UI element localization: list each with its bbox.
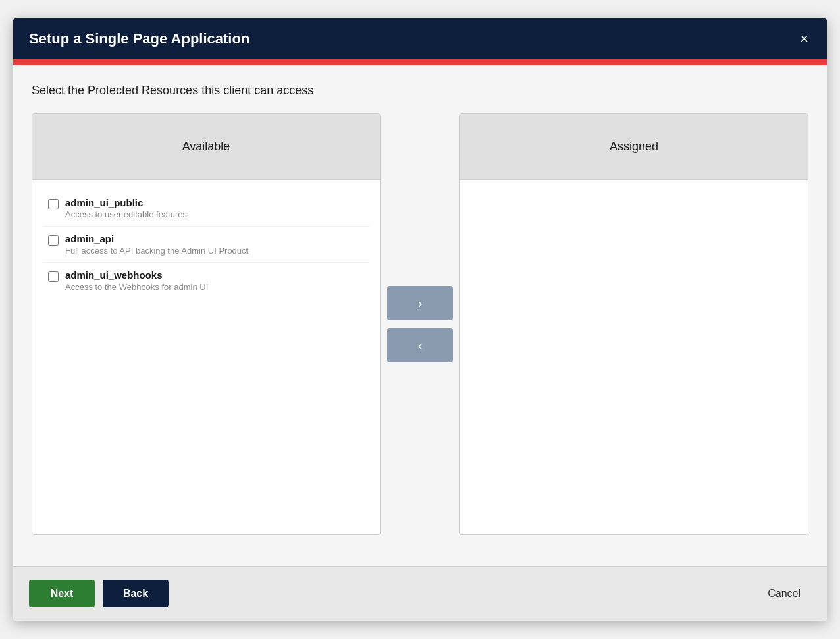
progress-bar-fill bbox=[13, 62, 664, 65]
resource-name: admin_api bbox=[65, 233, 248, 244]
modal-header: Setup a Single Page Application × bbox=[13, 18, 827, 62]
resource-description: Access to the Webhooks for admin UI bbox=[65, 282, 208, 292]
resource-checkbox-admin-ui-public[interactable] bbox=[48, 199, 59, 209]
transfer-container: Available admin_ui_public Access to user… bbox=[32, 113, 808, 535]
assigned-panel-header: Assigned bbox=[460, 114, 808, 180]
list-item: admin_api Full access to API backing the… bbox=[43, 227, 369, 263]
transfer-controls: › ‹ bbox=[381, 113, 459, 535]
resource-description: Full access to API backing the Admin UI … bbox=[65, 246, 248, 256]
resource-info: admin_ui_webhooks Access to the Webhooks… bbox=[65, 269, 208, 292]
chevron-right-icon: › bbox=[418, 296, 423, 311]
assigned-panel-body bbox=[460, 180, 808, 534]
footer-left-actions: Next Back bbox=[29, 580, 169, 607]
resource-info: admin_api Full access to API backing the… bbox=[65, 233, 248, 256]
cancel-button[interactable]: Cancel bbox=[757, 582, 811, 605]
resource-name: admin_ui_public bbox=[65, 197, 187, 208]
progress-bar-container bbox=[13, 62, 827, 65]
available-panel-header: Available bbox=[32, 114, 380, 180]
list-item: admin_ui_public Access to user editable … bbox=[43, 190, 369, 227]
resource-checkbox-admin-ui-webhooks[interactable] bbox=[48, 271, 59, 282]
assigned-panel: Assigned bbox=[459, 113, 808, 535]
resource-checkbox-admin-api[interactable] bbox=[48, 235, 59, 246]
move-left-button[interactable]: ‹ bbox=[387, 328, 453, 362]
modal-body: Select the Protected Resources this clie… bbox=[13, 65, 827, 566]
available-panel: Available admin_ui_public Access to user… bbox=[32, 113, 381, 535]
back-button[interactable]: Back bbox=[103, 580, 169, 607]
close-button[interactable]: × bbox=[797, 32, 811, 46]
modal-title: Setup a Single Page Application bbox=[29, 30, 249, 47]
next-button[interactable]: Next bbox=[29, 580, 95, 607]
modal-dialog: Setup a Single Page Application × Select… bbox=[13, 18, 827, 621]
section-title: Select the Protected Resources this clie… bbox=[32, 84, 808, 97]
move-right-button[interactable]: › bbox=[387, 286, 453, 320]
resource-description: Access to user editable features bbox=[65, 209, 187, 219]
list-item: admin_ui_webhooks Access to the Webhooks… bbox=[43, 263, 369, 298]
modal-footer: Next Back Cancel bbox=[13, 566, 827, 621]
chevron-left-icon: ‹ bbox=[418, 338, 423, 353]
available-panel-body: admin_ui_public Access to user editable … bbox=[32, 180, 380, 534]
resource-name: admin_ui_webhooks bbox=[65, 269, 208, 281]
resource-info: admin_ui_public Access to user editable … bbox=[65, 197, 187, 219]
